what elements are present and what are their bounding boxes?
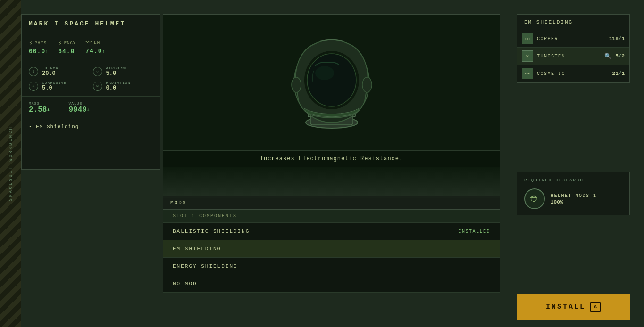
mass-value-row: MASS 2.58+ VALUE 9949+: [22, 97, 160, 119]
radiation-icon: ☢: [93, 82, 102, 91]
thermal-value: 20.0: [42, 70, 61, 77]
thermal-label: THERMAL: [42, 66, 61, 70]
item-stats-panel: MARK I SPACE HELMET ⚡ PHYS 66.0↑ ⚡ ENGY …: [21, 14, 160, 170]
research-badge: ⛑: [524, 188, 545, 209]
material-row-copper: Cu COPPER 118/1: [517, 30, 629, 48]
helmet-display: [163, 15, 500, 150]
corrosive-value: 5.0: [42, 85, 67, 91]
thermal-defense: 🌡 THERMAL 20.0: [29, 66, 89, 77]
install-label: INSTALL: [546, 303, 585, 311]
helmet-image: [280, 31, 384, 134]
material-row-cosmetic: COS COSMETIC 21/1: [517, 65, 629, 82]
phys-value: 66.0↑: [29, 48, 49, 55]
mod-row-nomod[interactable]: NO MOD: [163, 275, 500, 293]
thermal-icon: 🌡: [29, 67, 38, 76]
em-value: 74.0↑: [85, 48, 105, 55]
svg-point-5: [307, 54, 356, 106]
cosmetic-icon: COS: [522, 68, 533, 79]
material-row-tungsten: W TUNGSTEN 🔍 5/2: [517, 48, 629, 65]
research-info: HELMET MODS 1 100%: [551, 193, 597, 205]
value-label: VALUE: [68, 101, 89, 106]
item-description: Increases Electromagnetic Resistance.: [163, 150, 500, 167]
airborne-icon: ○: [93, 67, 102, 76]
search-icon: 🔍: [604, 53, 611, 60]
nomod-label: NO MOD: [173, 281, 197, 286]
engy-stat: ⚡ ENGY 64.0: [58, 39, 76, 55]
svg-point-6: [315, 66, 334, 80]
radiation-label: RADIATION: [106, 81, 131, 85]
mod-tag: EM Shielding: [22, 119, 160, 134]
corrosive-icon: ☣: [29, 82, 38, 91]
cosmetic-name: COSMETIC: [537, 71, 609, 76]
phys-stat: ⚡ PHYS 66.0↑: [29, 39, 49, 55]
research-percent: 100%: [551, 199, 597, 205]
tungsten-qty: 5/2: [615, 53, 625, 59]
workbench-label: SPACESUIT WORKBENCH: [8, 126, 13, 201]
energy-label: ENERGY SHIELDING: [173, 263, 238, 269]
ballistic-status: INSTALLED: [458, 229, 490, 234]
phys-icon: ⚡: [29, 39, 33, 47]
copper-icon: Cu: [522, 33, 533, 44]
item-preview-panel: Increases Electromagnetic Resistance.: [163, 14, 500, 167]
ballistic-label: BALLISTIC SHIELDING: [173, 229, 250, 234]
airborne-label: AIRBORNE: [106, 66, 128, 70]
mass-value: 2.58+: [29, 106, 50, 114]
research-badge-icon: ⛑: [530, 194, 539, 204]
mods-area: MODS SLOT 1 COMPONENTS BALLISTIC SHIELDI…: [163, 196, 500, 320]
phys-label: PHYS: [34, 41, 47, 46]
research-item-name: HELMET MODS 1: [551, 193, 597, 198]
mods-header: MODS: [163, 196, 500, 209]
primary-stats-row: ⚡ PHYS 66.0↑ ⚡ ENGY 64.0 〰 EM 74.0↑: [22, 33, 160, 61]
airborne-value: 5.0: [106, 70, 128, 77]
mass-label: MASS: [29, 101, 50, 106]
svg-point-8: [362, 77, 372, 92]
mod-row-energy[interactable]: ENERGY SHIELDING: [163, 258, 500, 275]
cosmetic-qty: 21/1: [612, 71, 625, 76]
mods-list: SLOT 1 COMPONENTS BALLISTIC SHIELDING IN…: [163, 209, 500, 293]
engy-label: ENGY: [64, 41, 76, 46]
engy-value: 64.0: [58, 48, 76, 55]
em-label: EM: [94, 41, 100, 45]
tungsten-icon: W: [522, 50, 533, 62]
value-item: VALUE 9949+: [68, 101, 89, 114]
corrosive-defense: ☣ CORROSIVE 5.0: [29, 81, 89, 91]
required-research-section: REQUIRED RESEARCH ⛑ HELMET MODS 1 100%: [517, 172, 630, 215]
install-button[interactable]: INSTALL A: [517, 294, 630, 320]
mod-row-em[interactable]: EM SHIELDING: [163, 240, 500, 258]
install-key-badge: A: [590, 302, 601, 312]
workbench-sidebar: SPACESUIT WORKBENCH: [0, 0, 21, 327]
tungsten-name: TUNGSTEN: [537, 54, 601, 59]
copper-name: COPPER: [537, 36, 605, 41]
em-shielding-panel: EM SHIELDING Cu COPPER 118/1 W TUNGSTEN …: [517, 14, 630, 83]
radiation-value: 0.0: [106, 85, 131, 91]
item-title: MARK I SPACE HELMET: [22, 15, 160, 33]
copper-qty: 118/1: [609, 36, 625, 41]
defense-stats-grid: 🌡 THERMAL 20.0 ○ AIRBORNE 5.0 ☣ CORROSIV…: [22, 61, 160, 97]
mass-item: MASS 2.58+: [29, 101, 50, 114]
engy-icon: ⚡: [58, 39, 62, 47]
em-stat: 〰 EM 74.0↑: [85, 39, 105, 55]
research-title: REQUIRED RESEARCH: [524, 178, 622, 183]
em-icon: 〰: [85, 39, 92, 47]
em-shielding-title: EM SHIELDING: [517, 15, 629, 30]
slot-label: SLOT 1 COMPONENTS: [173, 213, 237, 219]
corrosive-label: CORROSIVE: [42, 81, 67, 85]
mod-row-ballistic[interactable]: BALLISTIC SHIELDING INSTALLED: [163, 223, 500, 240]
radiation-defense: ☢ RADIATION 0.0: [93, 81, 153, 91]
value-number: 9949+: [68, 106, 89, 114]
svg-point-7: [292, 77, 301, 92]
background-scene: [163, 167, 500, 198]
em-mod-label: EM SHIELDING: [173, 246, 221, 252]
airborne-defense: ○ AIRBORNE 5.0: [93, 66, 153, 77]
research-row: ⛑ HELMET MODS 1 100%: [524, 188, 622, 209]
slot-header-row: SLOT 1 COMPONENTS: [163, 210, 500, 223]
